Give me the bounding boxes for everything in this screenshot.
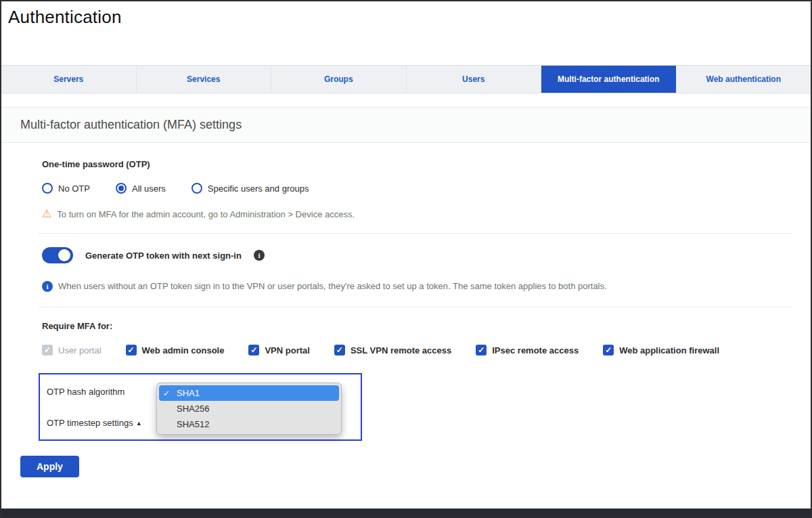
info-icon[interactable]: i (254, 250, 265, 261)
otp-hash-algorithm-label: OTP hash algorithm (47, 387, 125, 397)
tab-bar: Servers Services Groups Users Multi-fact… (1, 65, 811, 93)
checkbox-ipsec-remote-access[interactable]: ✓ IPsec remote access (476, 345, 579, 355)
otp-section: One-time password (OTP) No OTP All users… (42, 143, 792, 233)
checkmark-icon: ✓ (163, 389, 177, 398)
checkbox-vpn-portal-box[interactable]: ✓ (248, 345, 259, 355)
checkbox-web-application-firewall-box[interactable]: ✓ (603, 345, 614, 355)
app-window: Authentication Servers Services Groups U… (0, 0, 812, 518)
checkbox-vpn-portal[interactable]: ✓ VPN portal (248, 345, 309, 355)
dropdown-option-sha256[interactable]: SHA256 (159, 401, 339, 416)
checkbox-web-application-firewall-label: Web application firewall (619, 345, 719, 355)
tab-users[interactable]: Users (407, 66, 542, 93)
radio-no-otp-circle[interactable] (42, 183, 53, 194)
checkbox-ipsec-remote-access-box[interactable]: ✓ (476, 345, 487, 355)
checkbox-web-application-firewall[interactable]: ✓ Web application firewall (603, 345, 719, 355)
footer-bar (1, 509, 811, 517)
require-mfa-section: Require MFA for: ✓ User portal ✓ Web adm… (42, 307, 792, 355)
checkbox-web-admin-console-label: Web admin console (142, 345, 225, 355)
radio-specific-users[interactable]: Specific users and groups (191, 183, 309, 194)
tab-multi-factor-authentication[interactable]: Multi-factor authentication (541, 66, 677, 93)
warning-text: To turn on MFA for the admin account, go… (57, 209, 355, 219)
radio-specific-users-label: Specific users and groups (208, 184, 309, 194)
admin-mfa-warning: ⚠ To turn on MFA for the admin account, … (42, 209, 792, 219)
generate-token-label: Generate OTP token with next sign-in (85, 251, 242, 261)
radio-all-users-label: All users (132, 184, 166, 194)
otp-hash-highlight-box: OTP hash algorithm OTP timestep settings… (39, 373, 362, 441)
generate-token-row: Generate OTP token with next sign-in i (42, 247, 792, 263)
tab-servers[interactable]: Servers (1, 66, 137, 93)
hash-algorithm-dropdown: ✓ SHA1 SHA256 SHA512 (156, 383, 342, 435)
checkbox-web-admin-console-box[interactable]: ✓ (126, 345, 137, 355)
tab-web-authentication[interactable]: Web authentication (677, 66, 811, 93)
dropdown-option-sha256-label: SHA256 (177, 404, 209, 414)
radio-no-otp[interactable]: No OTP (42, 183, 90, 194)
checkbox-web-admin-console[interactable]: ✓ Web admin console (126, 345, 225, 355)
otp-timestep-settings[interactable]: OTP timestep settings ▲ (47, 418, 142, 428)
dropdown-option-sha512[interactable]: SHA512 (159, 416, 339, 432)
checkbox-ssl-vpn-remote-access-box[interactable]: ✓ (334, 345, 345, 355)
checkbox-user-portal-box: ✓ (42, 345, 53, 355)
toggle-knob (58, 249, 70, 261)
collapse-arrow-icon: ▲ (136, 420, 142, 427)
otp-radio-group: No OTP All users Specific users and grou… (42, 183, 792, 194)
token-info-text: When users without an OTP token sign in … (58, 281, 607, 291)
radio-no-otp-label: No OTP (58, 184, 90, 194)
require-mfa-checkbox-group: ✓ User portal ✓ Web admin console ✓ VPN … (42, 345, 792, 355)
section-heading-band: Multi-factor authentication (MFA) settin… (1, 107, 811, 143)
radio-all-users[interactable]: All users (116, 183, 166, 194)
tab-services[interactable]: Services (137, 66, 272, 93)
checkbox-user-portal: ✓ User portal (42, 345, 102, 355)
tab-groups[interactable]: Groups (271, 66, 407, 93)
dropdown-option-sha1[interactable]: ✓ SHA1 (159, 385, 339, 401)
checkbox-user-portal-label: User portal (58, 345, 102, 355)
section-heading: Multi-factor authentication (MFA) settin… (20, 118, 792, 132)
otp-token-section: Generate OTP token with next sign-in i i… (42, 234, 792, 307)
checkbox-ipsec-remote-access-label: IPsec remote access (492, 345, 579, 355)
token-info-row: i When users without an OTP token sign i… (42, 281, 792, 292)
radio-specific-users-circle[interactable] (191, 183, 202, 194)
mfa-settings-panel: One-time password (OTP) No OTP All users… (1, 143, 811, 477)
checkbox-ssl-vpn-remote-access-label: SSL VPN remote access (351, 345, 451, 355)
otp-timestep-settings-label: OTP timestep settings (47, 418, 133, 428)
apply-button[interactable]: Apply (20, 456, 79, 477)
radio-all-users-circle[interactable] (116, 183, 127, 194)
info-icon: i (42, 281, 53, 292)
require-mfa-label: Require MFA for: (42, 321, 792, 331)
otp-section-label: One-time password (OTP) (42, 159, 792, 169)
checkbox-vpn-portal-label: VPN portal (265, 345, 309, 355)
titlebar: Authentication (1, 1, 811, 65)
dropdown-option-sha512-label: SHA512 (177, 419, 209, 429)
page-title: Authentication (8, 7, 811, 28)
dropdown-option-sha1-label: SHA1 (177, 388, 200, 398)
warning-icon: ⚠ (42, 209, 51, 219)
generate-otp-token-toggle[interactable] (42, 247, 73, 263)
checkbox-ssl-vpn-remote-access[interactable]: ✓ SSL VPN remote access (334, 345, 451, 355)
